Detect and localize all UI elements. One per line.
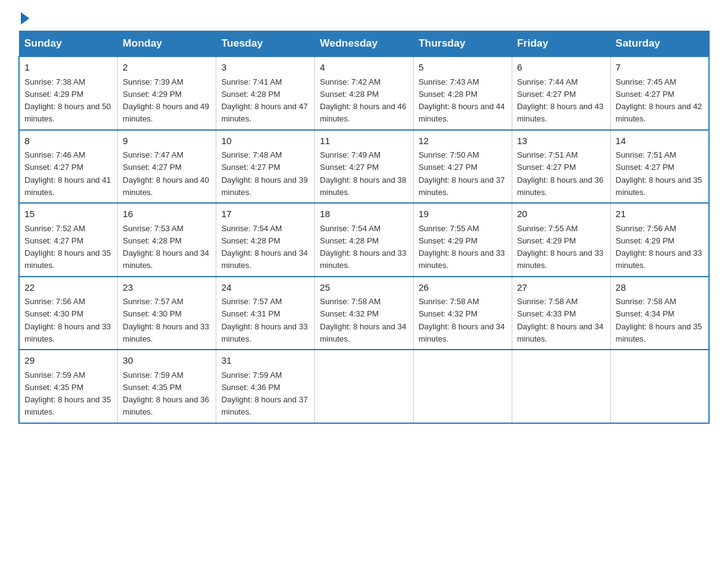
- calendar-cell: 29Sunrise: 7:59 AMSunset: 4:35 PMDayligh…: [19, 350, 118, 423]
- day-number: 17: [221, 207, 309, 221]
- calendar-cell: 18Sunrise: 7:54 AMSunset: 4:28 PMDayligh…: [315, 203, 414, 277]
- calendar-header-saturday: Saturday: [610, 31, 709, 57]
- calendar-cell: 5Sunrise: 7:43 AMSunset: 4:28 PMDaylight…: [413, 56, 512, 130]
- calendar-cell: 1Sunrise: 7:38 AMSunset: 4:29 PMDaylight…: [19, 56, 118, 130]
- day-number: 13: [517, 134, 605, 148]
- calendar-cell: 20Sunrise: 7:55 AMSunset: 4:29 PMDayligh…: [512, 203, 610, 277]
- calendar-cell: 3Sunrise: 7:41 AMSunset: 4:28 PMDaylight…: [216, 56, 315, 130]
- calendar-cell: 23Sunrise: 7:57 AMSunset: 4:30 PMDayligh…: [118, 277, 216, 350]
- day-info: Sunrise: 7:51 AMSunset: 4:27 PMDaylight:…: [517, 150, 604, 197]
- calendar-cell: 11Sunrise: 7:49 AMSunset: 4:27 PMDayligh…: [315, 130, 414, 204]
- day-info: Sunrise: 7:44 AMSunset: 4:27 PMDaylight:…: [517, 77, 604, 124]
- calendar-cell: [512, 350, 610, 423]
- day-info: Sunrise: 7:58 AMSunset: 4:33 PMDaylight:…: [517, 297, 604, 343]
- calendar-cell: 27Sunrise: 7:58 AMSunset: 4:33 PMDayligh…: [512, 277, 610, 350]
- calendar-cell: [610, 350, 709, 423]
- calendar-week-row: 29Sunrise: 7:59 AMSunset: 4:35 PMDayligh…: [19, 350, 709, 423]
- calendar-cell: 6Sunrise: 7:44 AMSunset: 4:27 PMDaylight…: [512, 56, 610, 130]
- calendar-header-friday: Friday: [512, 31, 610, 57]
- day-info: Sunrise: 7:54 AMSunset: 4:28 PMDaylight:…: [221, 224, 308, 270]
- day-number: 30: [123, 354, 211, 368]
- day-info: Sunrise: 7:59 AMSunset: 4:36 PMDaylight:…: [221, 370, 308, 417]
- calendar-cell: 13Sunrise: 7:51 AMSunset: 4:27 PMDayligh…: [512, 130, 610, 204]
- day-info: Sunrise: 7:46 AMSunset: 4:27 PMDaylight:…: [25, 150, 111, 197]
- day-info: Sunrise: 7:53 AMSunset: 4:28 PMDaylight:…: [123, 224, 209, 270]
- day-number: 22: [25, 281, 112, 295]
- calendar-header-row: SundayMondayTuesdayWednesdayThursdayFrid…: [19, 31, 709, 57]
- day-info: Sunrise: 7:56 AMSunset: 4:30 PMDaylight:…: [25, 297, 111, 343]
- calendar-cell: 17Sunrise: 7:54 AMSunset: 4:28 PMDayligh…: [216, 203, 315, 277]
- calendar-cell: 30Sunrise: 7:59 AMSunset: 4:35 PMDayligh…: [118, 350, 216, 423]
- calendar-week-row: 1Sunrise: 7:38 AMSunset: 4:29 PMDaylight…: [19, 56, 709, 130]
- logo-triangle-icon: [21, 12, 29, 25]
- day-number: 2: [123, 61, 211, 75]
- calendar-cell: 14Sunrise: 7:51 AMSunset: 4:27 PMDayligh…: [610, 130, 709, 204]
- day-number: 7: [616, 61, 703, 75]
- day-info: Sunrise: 7:49 AMSunset: 4:27 PMDaylight:…: [320, 150, 406, 197]
- day-number: 9: [123, 134, 211, 148]
- day-info: Sunrise: 7:54 AMSunset: 4:28 PMDaylight:…: [320, 224, 406, 270]
- day-info: Sunrise: 7:51 AMSunset: 4:27 PMDaylight:…: [616, 150, 702, 197]
- calendar-table: SundayMondayTuesdayWednesdayThursdayFrid…: [18, 31, 710, 424]
- day-number: 28: [616, 281, 703, 295]
- calendar-cell: 25Sunrise: 7:58 AMSunset: 4:32 PMDayligh…: [315, 277, 414, 350]
- day-info: Sunrise: 7:43 AMSunset: 4:28 PMDaylight:…: [419, 77, 505, 124]
- day-info: Sunrise: 7:52 AMSunset: 4:27 PMDaylight:…: [25, 224, 111, 270]
- calendar-cell: 19Sunrise: 7:55 AMSunset: 4:29 PMDayligh…: [413, 203, 512, 277]
- day-info: Sunrise: 7:58 AMSunset: 4:32 PMDaylight:…: [419, 297, 505, 343]
- day-number: 26: [419, 281, 507, 295]
- day-number: 29: [25, 354, 112, 368]
- day-number: 27: [517, 281, 605, 295]
- calendar-cell: 26Sunrise: 7:58 AMSunset: 4:32 PMDayligh…: [413, 277, 512, 350]
- day-number: 5: [419, 61, 507, 75]
- calendar-cell: [315, 350, 414, 423]
- calendar-cell: 15Sunrise: 7:52 AMSunset: 4:27 PMDayligh…: [19, 203, 118, 277]
- calendar-cell: 12Sunrise: 7:50 AMSunset: 4:27 PMDayligh…: [413, 130, 512, 204]
- day-number: 14: [616, 134, 703, 148]
- calendar-cell: 28Sunrise: 7:58 AMSunset: 4:34 PMDayligh…: [610, 277, 709, 350]
- day-info: Sunrise: 7:55 AMSunset: 4:29 PMDaylight:…: [517, 224, 604, 270]
- day-number: 10: [221, 134, 309, 148]
- day-number: 4: [320, 61, 408, 75]
- day-number: 1: [25, 61, 112, 75]
- calendar-week-row: 15Sunrise: 7:52 AMSunset: 4:27 PMDayligh…: [19, 203, 709, 277]
- day-info: Sunrise: 7:55 AMSunset: 4:29 PMDaylight:…: [419, 224, 505, 270]
- day-number: 25: [320, 281, 408, 295]
- day-number: 21: [616, 207, 703, 221]
- calendar-cell: [413, 350, 512, 423]
- calendar-header-tuesday: Tuesday: [216, 31, 315, 57]
- day-info: Sunrise: 7:57 AMSunset: 4:31 PMDaylight:…: [221, 297, 308, 343]
- calendar-cell: 9Sunrise: 7:47 AMSunset: 4:27 PMDaylight…: [118, 130, 216, 204]
- day-info: Sunrise: 7:59 AMSunset: 4:35 PMDaylight:…: [25, 370, 111, 417]
- day-info: Sunrise: 7:38 AMSunset: 4:29 PMDaylight:…: [25, 77, 111, 124]
- day-number: 11: [320, 134, 408, 148]
- day-number: 15: [25, 207, 112, 221]
- day-info: Sunrise: 7:42 AMSunset: 4:28 PMDaylight:…: [320, 77, 406, 124]
- calendar-cell: 4Sunrise: 7:42 AMSunset: 4:28 PMDaylight…: [315, 56, 414, 130]
- day-info: Sunrise: 7:45 AMSunset: 4:27 PMDaylight:…: [616, 77, 702, 124]
- day-number: 23: [123, 281, 211, 295]
- day-info: Sunrise: 7:59 AMSunset: 4:35 PMDaylight:…: [123, 370, 209, 417]
- calendar-cell: 21Sunrise: 7:56 AMSunset: 4:29 PMDayligh…: [610, 203, 709, 277]
- day-info: Sunrise: 7:39 AMSunset: 4:29 PMDaylight:…: [123, 77, 209, 124]
- calendar-header-wednesday: Wednesday: [315, 31, 414, 57]
- calendar-cell: 8Sunrise: 7:46 AMSunset: 4:27 PMDaylight…: [19, 130, 118, 204]
- day-number: 19: [419, 207, 507, 221]
- calendar-cell: 7Sunrise: 7:45 AMSunset: 4:27 PMDaylight…: [610, 56, 709, 130]
- calendar-cell: 2Sunrise: 7:39 AMSunset: 4:29 PMDaylight…: [118, 56, 216, 130]
- day-info: Sunrise: 7:56 AMSunset: 4:29 PMDaylight:…: [616, 224, 702, 270]
- calendar-cell: 16Sunrise: 7:53 AMSunset: 4:28 PMDayligh…: [118, 203, 216, 277]
- calendar-header-thursday: Thursday: [413, 31, 512, 57]
- day-number: 3: [221, 61, 309, 75]
- logo-blue-text: [18, 12, 29, 25]
- calendar-cell: 24Sunrise: 7:57 AMSunset: 4:31 PMDayligh…: [216, 277, 315, 350]
- calendar-cell: 31Sunrise: 7:59 AMSunset: 4:36 PMDayligh…: [216, 350, 315, 423]
- day-number: 6: [517, 61, 605, 75]
- day-number: 31: [221, 354, 309, 368]
- calendar-header-sunday: Sunday: [19, 31, 118, 57]
- day-info: Sunrise: 7:41 AMSunset: 4:28 PMDaylight:…: [221, 77, 308, 124]
- logo: [18, 12, 29, 25]
- day-number: 12: [419, 134, 507, 148]
- day-number: 16: [123, 207, 211, 221]
- page-header: [18, 12, 710, 25]
